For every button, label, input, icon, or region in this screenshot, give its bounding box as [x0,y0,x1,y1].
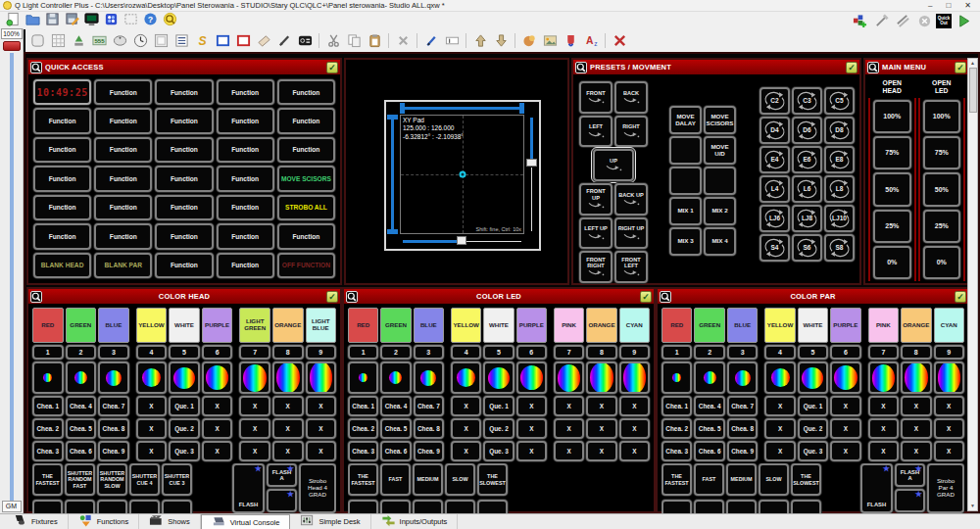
close-button[interactable]: ✕ [964,1,971,11]
preset-rotation-l4-button[interactable]: L4 [760,175,790,203]
color-knob-3[interactable] [414,361,444,394]
preset-mix-3-button[interactable]: MIX 3 [669,227,702,256]
number-9-button[interactable]: 9 [619,345,650,360]
slider-icon[interactable] [70,32,87,49]
save-as-icon[interactable] [63,11,80,27]
grand-master-handle[interactable] [3,41,21,51]
cue-x-button[interactable]: X [934,396,964,416]
quick-access-clock[interactable]: 10:49:25 [33,79,91,105]
color-knob-1[interactable] [348,361,378,394]
cue-chea-6-button[interactable]: Chea. 6 [694,441,724,461]
flash-a-secondary-button[interactable]: ★ [267,489,297,512]
dmx-monitor-icon[interactable] [82,11,100,27]
preset-front-up-button[interactable]: FRONT UP [579,183,612,216]
color-knob-1[interactable] [662,361,692,394]
quick-access-function-button[interactable]: OFF FUNCTION [277,253,335,278]
preset-rotation-e4-button[interactable]: E4 [760,146,790,173]
cue-que-2-button[interactable]: Que. 2 [798,418,828,439]
intensity-0pct-button[interactable]: 0% [923,246,961,279]
preset-empty-button[interactable] [669,136,702,165]
bg-image-icon[interactable] [541,32,559,49]
intensity-25pct-button[interactable]: 25% [923,210,961,243]
intensity-75pct-button[interactable]: 75% [923,136,961,169]
color-pink-button[interactable]: PINK [554,308,584,343]
scrollbar-thumb[interactable] [969,68,977,113]
number-7-button[interactable]: 7 [239,345,270,360]
cue-x-button[interactable]: X [306,441,337,461]
number-5-button[interactable]: 5 [483,345,514,360]
cue-x-button[interactable]: X [239,396,270,416]
color-knob-7[interactable] [554,361,584,394]
enable-check-icon[interactable]: ✓ [640,291,652,303]
cue-x-button[interactable]: X [868,441,899,461]
raise-icon[interactable] [471,32,489,49]
color-white-button[interactable]: WHITE [169,308,200,343]
fixture-monitor-icon[interactable] [102,11,120,27]
cue-x-button[interactable]: X [619,441,650,461]
quick-out-button[interactable]: QuickOut [936,14,952,28]
cue-x-button[interactable]: X [830,396,860,416]
cue-chea-2-button[interactable]: Chea. 2 [32,418,64,439]
preset-rotation-lj6-button[interactable]: LJ6 [760,205,790,232]
preset-empty-button[interactable] [669,167,702,195]
quick-access-function-button[interactable]: Function [277,79,335,105]
clipped-button[interactable] [791,500,821,513]
quick-access-function-button[interactable]: Function [155,166,213,191]
speed-shutter-random-fast-button[interactable]: SHUTTER RANDOM FAST [65,463,95,496]
quick-access-function-button[interactable]: STROBO ALL [277,195,335,220]
about-icon[interactable] [161,11,178,27]
quick-access-function-button[interactable]: Function [155,195,213,220]
cue-x-button[interactable]: X [586,441,616,461]
number-7-button[interactable]: 7 [554,345,584,360]
color-pink-button[interactable]: PINK [868,308,899,343]
color-knob-4[interactable] [136,361,168,394]
preset-move-dalay-button[interactable]: MOVE DALAY [669,106,702,134]
preset-mix-4-button[interactable]: MIX 4 [704,227,736,256]
cue-chea-4-button[interactable]: Chea. 4 [380,396,411,416]
preset-front-left-button[interactable]: FRONT LEFT [614,251,648,283]
add-fixture-icon[interactable] [851,13,868,29]
cue-chea-6-button[interactable]: Chea. 6 [380,441,411,461]
cue-x-button[interactable]: X [202,441,233,461]
number-6-button[interactable]: 6 [830,345,860,360]
tab-functions[interactable]: Functions [69,514,140,529]
cue-chea-3-button[interactable]: Chea. 3 [32,441,64,461]
quick-access-function-button[interactable]: Function [217,195,274,220]
preset-rotation-d4-button[interactable]: D4 [760,117,790,144]
preset-front-button[interactable]: FRONT [579,81,612,114]
cue-chea-7-button[interactable]: Chea. 7 [727,396,758,416]
minimize-button[interactable]: – [928,1,932,11]
fullscreen-icon[interactable] [122,11,139,27]
clipped-button[interactable] [162,500,192,513]
color-cyan-button[interactable]: CYAN [619,308,650,343]
number-3-button[interactable]: 3 [727,345,758,360]
cue-x-button[interactable]: X [516,396,547,416]
color-green-button[interactable]: GREEN [380,308,411,343]
cue-x-button[interactable]: X [554,441,584,461]
cue-que-3-button[interactable]: Que. 3 [798,441,828,461]
color-orange-button[interactable]: ORANGE [272,308,304,343]
color-blue-button[interactable]: BLUE [727,308,758,343]
xy-vertical-slider[interactable] [524,115,539,234]
paste-icon[interactable] [366,32,383,49]
number-8-button[interactable]: 8 [272,345,304,360]
quick-access-function-button[interactable]: Function [94,79,152,105]
number-9-button[interactable]: 9 [306,345,337,360]
number-2-button[interactable]: 2 [694,345,724,360]
cue-x-button[interactable]: X [554,396,584,416]
cue-chea-3-button[interactable]: Chea. 3 [662,441,692,461]
cue-x-button[interactable]: X [451,396,481,416]
preset-up-button[interactable]: UP [593,149,634,181]
clipped-button[interactable] [97,500,127,513]
quick-access-function-button[interactable]: Function [94,223,152,249]
knob-icon[interactable] [111,32,128,49]
color-yellow-button[interactable]: YELLOW [451,308,481,343]
quick-access-function-button[interactable]: Function [155,79,213,105]
speed-slow-button[interactable]: SLOW [445,463,475,496]
speed-fast-button[interactable]: FAST [694,463,724,496]
cue-x-button[interactable]: X [901,396,931,416]
quick-access-function-button[interactable]: Function [33,137,91,163]
preset-empty-button[interactable] [704,167,736,195]
number-3-button[interactable]: 3 [414,345,444,360]
clipped-button[interactable] [662,500,692,513]
